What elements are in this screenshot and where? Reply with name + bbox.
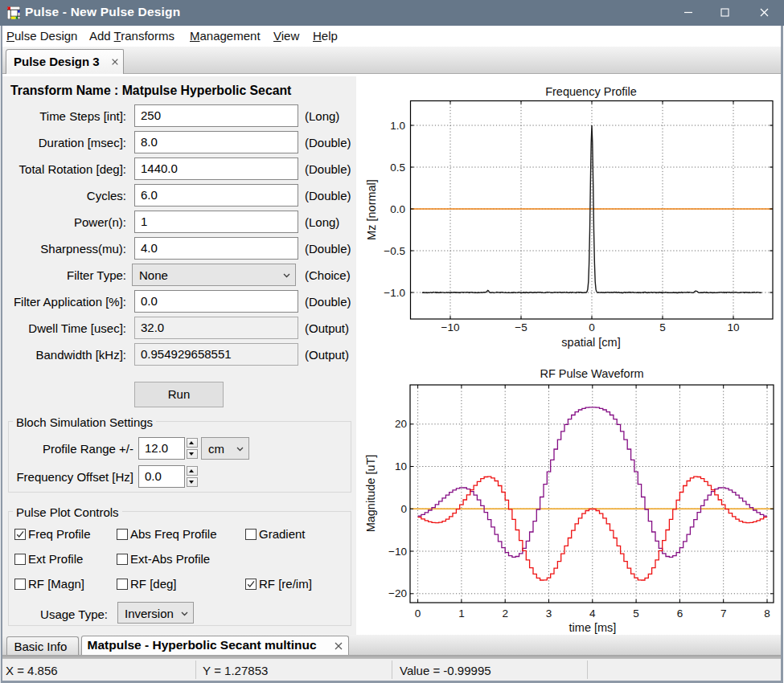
svg-text:0.5: 0.5: [390, 162, 405, 174]
svg-text:0: 0: [415, 607, 421, 620]
svg-text:4: 4: [589, 607, 596, 620]
svg-text:1: 1: [458, 607, 465, 620]
svg-text:5: 5: [659, 321, 666, 333]
svg-text:spatial [cm]: spatial [cm]: [561, 336, 620, 349]
svg-text:5: 5: [633, 607, 639, 620]
svg-text:0: 0: [400, 503, 407, 515]
svg-text:−20: −20: [388, 587, 407, 599]
svg-text:−5: −5: [515, 321, 527, 333]
svg-text:time [ms]: time [ms]: [569, 621, 617, 634]
svg-text:−10: −10: [441, 321, 460, 333]
svg-text:Magnitude [uT]: Magnitude [uT]: [364, 455, 377, 533]
svg-text:20: 20: [395, 418, 407, 430]
svg-text:10: 10: [395, 460, 407, 472]
svg-text:−0.5: −0.5: [384, 245, 405, 257]
svg-text:8: 8: [764, 607, 770, 620]
svg-text:2: 2: [502, 607, 508, 620]
svg-text:6: 6: [677, 607, 683, 620]
svg-text:0.0: 0.0: [390, 203, 405, 215]
svg-text:10: 10: [727, 321, 739, 333]
svg-text:Frequency Profile: Frequency Profile: [545, 85, 637, 98]
svg-text:7: 7: [720, 607, 727, 620]
svg-text:−10: −10: [388, 546, 407, 558]
svg-text:1.0: 1.0: [390, 120, 405, 132]
svg-text:−1.0: −1.0: [384, 287, 405, 299]
svg-text:3: 3: [546, 607, 552, 620]
svg-text:0: 0: [589, 321, 595, 333]
svg-text:Mz [normal]: Mz [normal]: [365, 179, 378, 240]
svg-text:RF Pulse Waveform: RF Pulse Waveform: [540, 367, 643, 380]
